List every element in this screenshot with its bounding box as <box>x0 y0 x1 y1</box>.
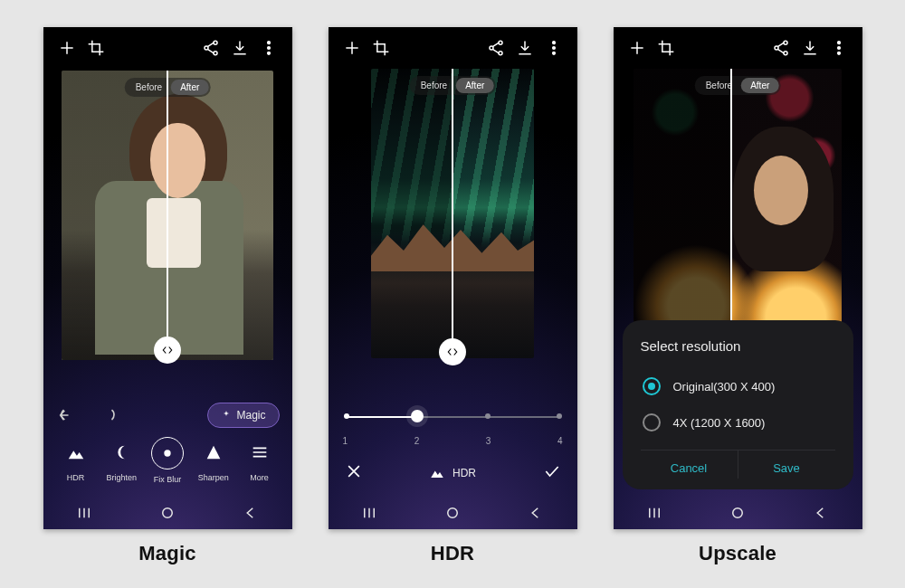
add-icon[interactable] <box>623 33 652 62</box>
svg-point-7 <box>163 508 173 518</box>
home-icon[interactable] <box>719 505 756 521</box>
back-icon[interactable] <box>518 505 554 521</box>
tool-brighten[interactable]: Brighten <box>100 437 143 484</box>
svg-point-21 <box>733 508 743 518</box>
redo-icon[interactable] <box>98 403 121 427</box>
undo-icon[interactable] <box>54 403 78 427</box>
svg-point-2 <box>214 52 217 55</box>
download-icon[interactable] <box>225 33 254 62</box>
mountain-icon <box>429 464 445 483</box>
crop-icon[interactable] <box>652 33 681 62</box>
cancel-button[interactable]: Cancel <box>641 450 738 479</box>
after-tab[interactable]: After <box>171 80 208 95</box>
compare-slider-line <box>730 69 732 358</box>
back-icon[interactable] <box>803 505 839 521</box>
svg-point-9 <box>499 41 502 44</box>
compare-slider-handle[interactable] <box>154 337 181 364</box>
compare-slider-line <box>167 71 168 360</box>
photo-preview[interactable]: Before After <box>634 69 842 358</box>
tool-more[interactable]: More <box>238 437 281 484</box>
top-toolbar <box>43 27 292 69</box>
before-tab[interactable]: Before <box>697 78 741 93</box>
phone-upscale: Before After Select resolution Original(… <box>614 27 862 529</box>
magic-button[interactable]: Magic <box>207 403 279 428</box>
radio-unselected-icon[interactable] <box>643 413 661 432</box>
after-tab[interactable]: After <box>741 78 778 93</box>
svg-point-14 <box>448 508 458 518</box>
svg-point-8 <box>490 46 493 50</box>
home-icon[interactable] <box>149 505 186 521</box>
back-icon[interactable] <box>233 505 269 521</box>
tool-fix-blur[interactable]: Fix Blur <box>146 437 189 484</box>
download-icon[interactable] <box>795 33 824 62</box>
svg-point-17 <box>784 52 787 55</box>
recents-icon[interactable] <box>66 505 102 521</box>
compare-slider-handle[interactable] <box>439 338 466 365</box>
caption-hdr: HDR <box>431 542 474 565</box>
crop-icon[interactable] <box>81 33 110 62</box>
svg-point-13 <box>552 52 555 55</box>
magic-button-label: Magic <box>236 409 265 422</box>
triangle-icon <box>198 437 229 468</box>
svg-point-11 <box>552 42 555 44</box>
resolution-dialog: Select resolution Original(300 X 400) 4X… <box>623 320 853 489</box>
caption-magic: Magic <box>138 542 195 565</box>
sparkle-icon <box>221 410 232 421</box>
cancel-x-icon[interactable] <box>345 462 363 484</box>
share-icon[interactable] <box>481 33 510 62</box>
tool-hdr[interactable]: HDR <box>54 437 98 484</box>
svg-point-3 <box>267 42 270 44</box>
target-icon <box>151 437 184 469</box>
before-tab[interactable]: Before <box>412 78 456 93</box>
add-icon[interactable] <box>338 33 367 62</box>
more-vert-icon[interactable] <box>824 33 853 62</box>
svg-point-6 <box>164 450 170 456</box>
recents-icon[interactable] <box>351 505 387 521</box>
confirm-check-icon[interactable] <box>543 462 561 484</box>
intensity-slider[interactable] <box>347 403 559 429</box>
option-4x[interactable]: 4X (1200 X 1600) <box>641 404 835 441</box>
svg-point-5 <box>267 52 270 55</box>
photo-preview[interactable]: Before After <box>371 69 534 358</box>
svg-point-20 <box>837 52 840 55</box>
menu-icon <box>244 437 275 468</box>
caption-upscale: Upscale <box>699 542 776 565</box>
tool-sharpen[interactable]: Sharpen <box>192 437 235 484</box>
home-icon[interactable] <box>434 505 471 521</box>
phone-magic: Before After Magic <box>43 27 292 529</box>
svg-point-12 <box>552 47 555 50</box>
photo-preview[interactable]: Before After <box>62 71 273 360</box>
android-nav <box>614 497 862 529</box>
more-vert-icon[interactable] <box>254 33 283 62</box>
after-tab[interactable]: After <box>456 78 493 93</box>
svg-point-19 <box>837 47 840 50</box>
save-button[interactable]: Save <box>738 450 835 479</box>
svg-point-18 <box>837 42 840 44</box>
before-after-toggle[interactable]: Before After <box>695 76 781 95</box>
before-tab[interactable]: Before <box>127 80 171 95</box>
more-vert-icon[interactable] <box>539 33 568 62</box>
dialog-title: Select resolution <box>641 338 835 354</box>
android-nav <box>329 497 577 529</box>
svg-point-16 <box>784 41 787 44</box>
top-toolbar <box>329 27 577 69</box>
svg-point-1 <box>214 41 217 44</box>
top-toolbar <box>614 27 862 69</box>
moon-icon <box>106 437 137 468</box>
radio-selected-icon[interactable] <box>643 377 661 395</box>
svg-point-15 <box>775 46 778 50</box>
compare-slider-line <box>452 69 453 358</box>
share-icon[interactable] <box>196 33 225 62</box>
tool-row: HDR Brighten Fix Blur Sharpen <box>54 437 281 484</box>
share-icon[interactable] <box>767 33 795 62</box>
download-icon[interactable] <box>510 33 539 62</box>
slider-labels: 1 2 3 4 <box>339 436 567 446</box>
phone-hdr: Before After 1 2 3 <box>329 27 577 529</box>
add-icon[interactable] <box>52 33 81 62</box>
hdr-label: HDR <box>452 467 476 479</box>
recents-icon[interactable] <box>636 505 672 521</box>
option-original[interactable]: Original(300 X 400) <box>641 368 835 404</box>
slider-knob[interactable] <box>411 410 424 422</box>
crop-icon[interactable] <box>367 33 395 62</box>
svg-point-4 <box>267 47 270 50</box>
